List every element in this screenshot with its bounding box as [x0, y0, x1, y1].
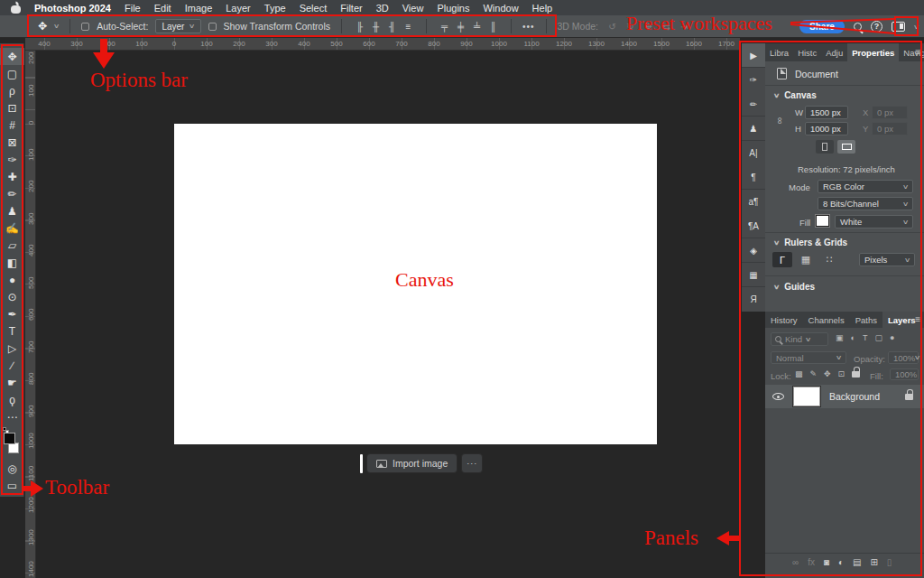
frame-tool[interactable]: ⊠	[0, 134, 24, 151]
menu-item[interactable]: Image	[185, 3, 213, 14]
bit-depth-dropdown[interactable]: 8 Bits/Channel ∨	[818, 197, 913, 210]
opacity-dropdown[interactable]: 100% ∨	[888, 351, 919, 364]
auto-select-checkbox[interactable]	[81, 23, 89, 31]
panel-tab[interactable]: Properties	[847, 43, 899, 61]
menu-item[interactable]: Filter	[340, 3, 362, 14]
toggle-pixel-grid-button[interactable]: ∷	[819, 252, 839, 267]
lasso-tool[interactable]: ρ	[0, 82, 24, 99]
distribute-bottom-icon[interactable]: ╧	[470, 22, 484, 32]
lock-transparency-icon[interactable]: ▩	[795, 369, 803, 378]
portrait-orientation-button[interactable]	[816, 140, 834, 154]
toggle-rulers-button[interactable]: Γ	[772, 252, 792, 267]
tool-preset-chevron-icon[interactable]: ∨	[53, 23, 60, 30]
zoom-tool[interactable]: ϙ	[0, 391, 24, 408]
filter-shape-layers-icon[interactable]: ▢	[874, 333, 882, 342]
panel-menu-icon[interactable]: ≡	[915, 314, 920, 324]
foreground-color-swatch[interactable]	[4, 433, 15, 444]
collapse-panels-icon[interactable]: ▶	[742, 43, 765, 68]
menu-item[interactable]: Plugins	[437, 3, 469, 14]
canvas-section-header[interactable]: ∨ Canvas	[774, 90, 817, 100]
brush-settings-panel-icon[interactable]: ✑	[742, 68, 765, 92]
distribute-spacing-icon[interactable]: ║	[486, 22, 500, 32]
adjustment-layer-icon[interactable]: ◐	[838, 557, 844, 567]
character-styles-panel-icon[interactable]: a¶	[742, 190, 765, 214]
y-field[interactable]: 0 px	[872, 122, 908, 135]
menu-item[interactable]: Help	[532, 3, 553, 14]
align-right-edges-icon[interactable]: ╢	[385, 22, 399, 32]
new-layer-icon[interactable]: ⊞	[870, 557, 877, 567]
paragraph-panel-icon[interactable]: ¶	[742, 165, 765, 190]
x-field[interactable]: 0 px	[872, 106, 908, 119]
horizontal-ruler[interactable]: 4003002001000100200300400500600700800900…	[25, 38, 740, 51]
distribute-top-icon[interactable]: ╤	[438, 22, 451, 32]
layer-thumbnail[interactable]	[793, 387, 820, 406]
workspace-chevron-icon[interactable]: ∨	[913, 23, 920, 31]
path-selection-tool[interactable]: ▷	[0, 340, 24, 357]
paragraph-styles-panel-icon[interactable]: ¶A	[742, 214, 765, 238]
hand-tool[interactable]: ☛	[0, 374, 24, 391]
delete-layer-icon[interactable]: ▯	[887, 557, 892, 567]
blend-mode-dropdown[interactable]: Normal ∨	[771, 351, 846, 364]
dodge-tool[interactable]: ⊙	[0, 288, 24, 305]
group-layers-icon[interactable]: ▤	[853, 557, 861, 567]
history-brush-tool[interactable]: ✍	[0, 219, 24, 237]
clone-stamp-tool[interactable]: ♟	[0, 202, 24, 219]
panel-tab[interactable]: Histc	[793, 43, 821, 61]
healing-brush-tool[interactable]: ✚	[0, 168, 24, 185]
fill-dropdown[interactable]: 100%	[890, 368, 919, 380]
panel-menu-icon[interactable]: ≡	[915, 47, 920, 57]
rulers-grids-section-header[interactable]: ∨ Rulers & Grids	[774, 238, 847, 247]
eraser-tool[interactable]: ▱	[0, 237, 24, 254]
panel-tab[interactable]: Paths	[850, 312, 882, 328]
menu-item[interactable]: Select	[300, 3, 328, 14]
align-top-edges-icon[interactable]: ≡	[402, 22, 415, 32]
panel-tab[interactable]: History	[765, 312, 803, 328]
help-icon[interactable]: ?	[871, 21, 882, 33]
3d-orbit-icon[interactable]: ↺	[605, 22, 619, 32]
align-horizontal-centers-icon[interactable]: ╫	[369, 22, 383, 32]
height-field[interactable]: 1000 px	[805, 122, 848, 135]
fill-dropdown[interactable]: White ∨	[835, 215, 913, 228]
filter-pixel-layers-icon[interactable]: ▣	[836, 333, 844, 342]
more-align-options-icon[interactable]: •••	[522, 22, 535, 32]
3d-roll-icon[interactable]: ↻	[624, 22, 637, 32]
show-transform-checkbox[interactable]	[208, 23, 217, 31]
3d-panel-icon[interactable]: ◈	[742, 238, 765, 263]
app-menu[interactable]: Photoshop 2024	[34, 3, 111, 14]
panel-tab[interactable]: Channels	[803, 312, 850, 328]
auto-select-dropdown[interactable]: Layer ∨	[155, 19, 200, 33]
filter-type-layers-icon[interactable]: T	[863, 333, 868, 342]
menu-item[interactable]: File	[125, 3, 141, 14]
menu-item[interactable]: Edit	[154, 3, 171, 14]
layer-effects-icon[interactable]: fx	[808, 557, 815, 567]
menu-item[interactable]: Type	[264, 3, 286, 14]
filter-smart-objects-icon[interactable]: ●	[890, 333, 894, 342]
panel-tab[interactable]: Libra	[765, 43, 793, 61]
filter-kind-dropdown[interactable]: Kind ∨	[771, 332, 828, 346]
link-dimensions-icon[interactable]: ∞	[775, 117, 786, 125]
menu-item[interactable]: 3D	[376, 3, 389, 14]
lock-move-icon[interactable]: ✥	[824, 369, 831, 378]
blur-tool[interactable]: ●	[0, 271, 24, 288]
import-more-button[interactable]: ···	[461, 453, 483, 473]
filter-adjustment-layers-icon[interactable]: ◐	[851, 333, 855, 342]
color-mode-dropdown[interactable]: RGB Color ∨	[818, 180, 913, 193]
move-tool[interactable]: ✥	[0, 48, 24, 65]
menu-item[interactable]: Layer	[226, 3, 251, 14]
crop-tool[interactable]: #	[0, 117, 24, 134]
toggle-grid-button[interactable]: ▦	[796, 252, 816, 267]
pen-tool[interactable]: ✒	[0, 305, 24, 322]
workspace-switcher-icon[interactable]	[892, 22, 905, 32]
vertical-ruler[interactable]: 2001000100200300400500600700800900100011…	[25, 51, 36, 578]
clone-source-panel-icon[interactable]: ♟	[742, 117, 765, 141]
patterns-panel-icon[interactable]: ▦	[742, 263, 765, 287]
brushes-panel-icon[interactable]: ✏	[742, 92, 765, 117]
screen-mode-button[interactable]: ▭	[0, 477, 24, 494]
landscape-orientation-button[interactable]	[837, 140, 855, 154]
3d-dolly-icon[interactable]: ⇥	[678, 22, 691, 32]
3d-slide-icon[interactable]: ⇆	[660, 22, 673, 32]
line-tool[interactable]: ∕	[0, 357, 24, 374]
canvas[interactable]	[174, 124, 657, 444]
marquee-tool[interactable]: ▢	[0, 65, 24, 82]
visibility-eye-icon[interactable]	[772, 393, 784, 400]
